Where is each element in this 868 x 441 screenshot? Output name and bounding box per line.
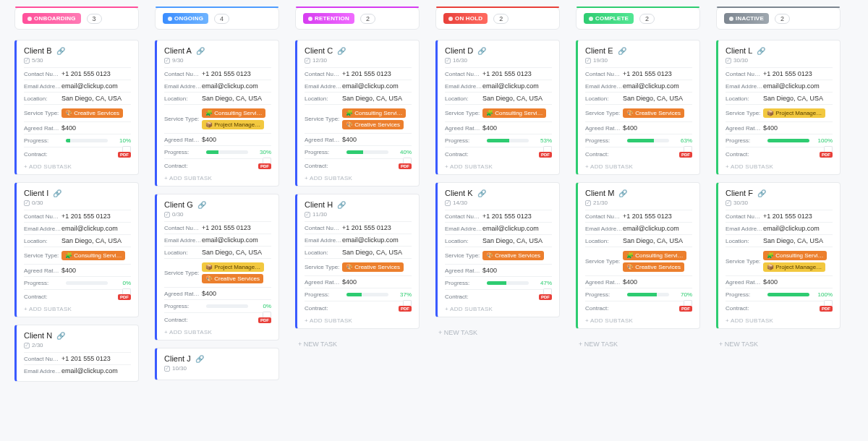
status-pill[interactable]: ONBOARDING [22, 13, 81, 24]
add-subtask-button[interactable]: + ADD SUBTASK [305, 172, 412, 181]
subtask-indicator[interactable]: 19/30 [585, 57, 692, 64]
subtask-indicator[interactable]: 2/30 [24, 342, 131, 348]
client-card[interactable]: Client B🔗5/30Contact Nu…+1 201 555 0123E… [14, 40, 139, 175]
subtask-indicator[interactable]: 14/30 [445, 200, 552, 206]
add-subtask-button[interactable]: + ADD SUBTASK [726, 160, 833, 170]
attachment-icon[interactable]: 🔗 [477, 189, 486, 197]
service-tag-creative[interactable]: 🎨 Creative Services [623, 262, 684, 272]
column-header[interactable]: ONBOARDING3 [14, 7, 139, 30]
contract-file[interactable]: PDF [820, 304, 833, 312]
add-subtask-button[interactable]: + ADD SUBTASK [164, 172, 271, 181]
subtask-indicator[interactable]: 30/30 [726, 200, 833, 206]
attachment-icon[interactable]: 🔗 [195, 355, 204, 363]
subtask-indicator[interactable]: 9/30 [164, 57, 271, 64]
service-tag-project[interactable]: 📦 Project Manage… [202, 120, 264, 129]
column-header[interactable]: ONGOING4 [155, 7, 279, 30]
progress-bar[interactable] [627, 139, 669, 142]
progress-bar[interactable] [487, 281, 529, 285]
service-tag-project[interactable]: 📦 Project Manage… [202, 262, 264, 272]
service-tag-consulting[interactable]: 🧩 Consulting Servi… [482, 108, 546, 118]
client-card[interactable]: Client L🔗30/30Contact Nu…+1 201 555 0123… [716, 40, 841, 175]
progress-bar[interactable] [487, 139, 529, 142]
subtask-indicator[interactable]: 0/30 [164, 211, 271, 218]
progress-bar[interactable] [767, 139, 809, 142]
column-header[interactable]: ON HOLD2 [435, 7, 560, 30]
subtask-indicator[interactable]: 0/30 [24, 200, 131, 206]
service-tag-project[interactable]: 📦 Project Manage… [763, 262, 825, 272]
progress-bar[interactable] [206, 150, 248, 154]
attachment-icon[interactable]: 🔗 [337, 47, 346, 55]
progress-bar[interactable] [206, 304, 248, 308]
progress-bar[interactable] [346, 150, 388, 154]
contract-file[interactable]: PDF [679, 304, 692, 312]
service-tag-creative[interactable]: 🎨 Creative Services [342, 262, 404, 272]
column-header[interactable]: COMPLETE2 [576, 7, 700, 30]
new-task-button[interactable]: + NEW TASK [435, 325, 560, 341]
attachment-icon[interactable]: 🔗 [337, 201, 346, 209]
attachment-icon[interactable]: 🔗 [56, 47, 65, 55]
progress-bar[interactable] [66, 139, 108, 142]
column-header[interactable]: INACTIVE2 [716, 7, 841, 30]
add-subtask-button[interactable]: + ADD SUBTASK [445, 160, 552, 170]
contract-file[interactable]: PDF [258, 316, 271, 323]
service-tag-creative[interactable]: 🎨 Creative Services [61, 108, 123, 118]
contract-file[interactable]: PDF [258, 162, 271, 169]
contract-file[interactable]: PDF [539, 293, 552, 300]
service-tag-creative[interactable]: 🎨 Creative Services [482, 251, 544, 260]
status-pill[interactable]: INACTIVE [724, 13, 769, 24]
client-card[interactable]: Client F🔗30/30Contact Nu…+1 201 555 0123… [716, 182, 841, 329]
service-tag-consulting[interactable]: 🧩 Consulting Servi… [623, 251, 686, 260]
contract-file[interactable]: PDF [399, 162, 412, 169]
add-subtask-button[interactable]: + ADD SUBTASK [726, 314, 833, 324]
status-pill[interactable]: ON HOLD [443, 13, 488, 24]
client-card[interactable]: Client M🔗21/30Contact Nu…+1 201 555 0123… [576, 182, 700, 329]
subtask-indicator[interactable]: 30/30 [726, 57, 833, 64]
add-subtask-button[interactable]: + ADD SUBTASK [585, 314, 692, 324]
subtask-indicator[interactable]: 16/30 [445, 57, 552, 64]
service-tag-consulting[interactable]: 🧩 Consulting Servi… [763, 251, 827, 260]
client-card[interactable]: Client C🔗12/30Contact Nu…+1 201 555 0123… [295, 40, 420, 187]
contract-file[interactable]: PDF [399, 304, 412, 312]
status-pill[interactable]: RETENTION [303, 13, 354, 24]
service-tag-creative[interactable]: 🎨 Creative Services [202, 274, 263, 283]
status-pill[interactable]: ONGOING [163, 13, 208, 24]
progress-bar[interactable] [66, 281, 108, 285]
attachment-icon[interactable]: 🔗 [757, 47, 765, 55]
client-card[interactable]: Client J🔗10/30 [155, 348, 279, 380]
attachment-icon[interactable]: 🔗 [477, 47, 486, 55]
client-card[interactable]: Client I🔗0/30Contact Nu…+1 201 555 0123E… [14, 182, 139, 317]
add-subtask-button[interactable]: + ADD SUBTASK [585, 160, 692, 170]
contract-file[interactable]: PDF [679, 150, 692, 158]
client-card[interactable]: Client E🔗19/30Contact Nu…+1 201 555 0123… [576, 40, 700, 175]
attachment-icon[interactable]: 🔗 [757, 189, 766, 197]
service-tag-consulting[interactable]: 🧩 Consulting Servi… [202, 108, 265, 118]
subtask-indicator[interactable]: 21/30 [585, 200, 692, 206]
new-task-button[interactable]: + NEW TASK [576, 336, 700, 352]
subtask-indicator[interactable]: 10/30 [164, 365, 271, 372]
client-card[interactable]: Client A🔗9/30Contact Nu…+1 201 555 0123E… [155, 40, 279, 187]
progress-bar[interactable] [346, 293, 388, 296]
service-tag-consulting[interactable]: 🧩 Consulting Servi… [61, 251, 125, 260]
new-task-button[interactable]: + NEW TASK [716, 336, 841, 352]
service-tag-creative[interactable]: 🎨 Creative Services [623, 108, 684, 118]
client-card[interactable]: Client G🔗0/30Contact Nu…+1 201 555 0123E… [155, 194, 279, 341]
attachment-icon[interactable]: 🔗 [196, 47, 205, 55]
add-subtask-button[interactable]: + ADD SUBTASK [24, 303, 131, 312]
attachment-icon[interactable]: 🔗 [53, 189, 61, 197]
add-subtask-button[interactable]: + ADD SUBTASK [164, 326, 271, 335]
service-tag-consulting[interactable]: 🧩 Consulting Servi… [342, 108, 406, 118]
new-task-button[interactable]: + NEW TASK [295, 336, 420, 352]
attachment-icon[interactable]: 🔗 [56, 332, 65, 340]
attachment-icon[interactable]: 🔗 [618, 47, 626, 55]
client-card[interactable]: Client K🔗14/30Contact Nu…+1 201 555 0123… [435, 182, 560, 317]
client-card[interactable]: Client N🔗2/30Contact Nu…+1 201 555 0123E… [14, 325, 139, 382]
client-card[interactable]: Client D🔗16/30Contact Nu…+1 201 555 0123… [435, 40, 560, 175]
attachment-icon[interactable]: 🔗 [618, 189, 627, 197]
contract-file[interactable]: PDF [539, 150, 552, 158]
attachment-icon[interactable]: 🔗 [197, 201, 206, 209]
progress-bar[interactable] [767, 293, 809, 296]
column-header[interactable]: RETENTION2 [295, 7, 420, 30]
contract-file[interactable]: PDF [118, 293, 131, 300]
add-subtask-button[interactable]: + ADD SUBTASK [305, 314, 412, 324]
progress-bar[interactable] [627, 293, 669, 296]
